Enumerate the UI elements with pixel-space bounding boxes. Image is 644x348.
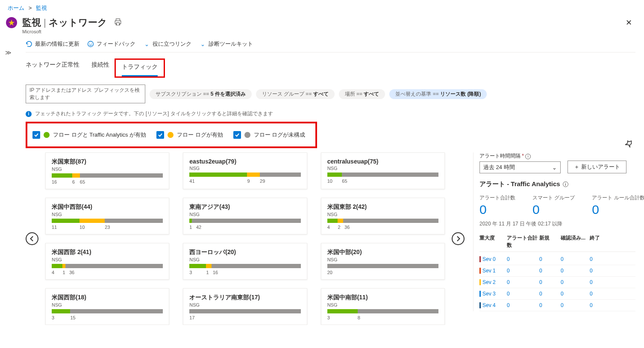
region-card[interactable]: オーストラリア南東部(17) NSG 17 [183,288,307,325]
card-bar [189,219,300,223]
region-card[interactable]: 米国中南部(11) NSG 38 [321,288,445,325]
useful-links-button[interactable]: ⌄ 役に立つリンク [143,40,191,48]
region-card[interactable]: 西ヨーロッパ(20) NSG 3116 [183,243,307,280]
card-values: 4236 [327,225,438,230]
metric-alert-rules-value[interactable]: 0 [592,202,644,217]
card-bar [52,173,163,178]
filter-sort[interactable]: 並べ替えの基準 == リソース数 (降順) [389,89,487,99]
severity-row[interactable]: Sev 4 0 0 0 0 [479,300,635,311]
col-severity: 重大度 [479,234,505,249]
severity-row[interactable]: Sev 3 0 0 0 0 [479,288,635,300]
legend-flowlog-enabled[interactable]: フロー ログが有効 [156,131,223,139]
sev-new: 0 [539,302,559,308]
page-header: 監視|ネットワーク ✕ [0,14,644,30]
diag-toolkit-button[interactable]: ⌄ 診断ツールキット [199,40,253,48]
card-title: centraluseuap(75) [327,158,438,165]
metric-alert-rules-label: アラート ルール合計数 [592,194,644,202]
refresh-button[interactable]: 最新の情報に更新 [26,40,79,48]
alerts-since: 2020 年 11 月 17 日 午後 02:17 以降 [479,220,635,228]
sev-total: 0 [507,302,538,308]
sev-new: 0 [539,268,559,274]
plus-icon: ＋ [574,163,579,171]
pin-icon[interactable] [625,143,634,150]
region-card[interactable]: 米国東部 2(42) NSG 4236 [321,198,445,234]
feedback-button[interactable]: フィードバック [87,40,135,48]
company-subtitle: Microsoft [0,29,644,34]
legend-flowlog-ta-enabled[interactable]: フロー ログと Traffic Analytics が有効 [32,131,146,139]
next-page-button[interactable] [452,232,465,245]
sev-new: 0 [539,279,559,285]
region-card[interactable]: centraluseuap(75) NSG 1065 [321,152,445,189]
checkbox-checked[interactable] [156,131,164,139]
sev-new: 0 [539,256,559,262]
info-icon[interactable]: i [525,154,531,159]
info-message: i フェッチされたトラフィック データです。下の [リソース] タイルをクリック… [26,108,635,122]
card-values: 3116 [189,270,300,275]
checkbox-checked[interactable] [233,131,241,139]
print-icon[interactable] [114,18,122,27]
new-alert-button[interactable]: ＋新しいアラート [568,161,626,173]
search-input[interactable]: IP アドレスまたはアドレス プレフィックスを検索します [26,85,145,103]
card-title: 米国中西部(44) [52,203,163,211]
prev-page-button[interactable] [26,232,38,245]
monitor-icon [6,17,17,28]
sev-total: 0 [507,256,538,262]
card-values: 1065 [327,178,438,184]
page-title: 監視|ネットワーク [22,16,107,29]
tab-highlight: トラフィック [115,58,165,78]
card-bar [327,309,438,313]
svg-point-0 [88,41,94,47]
region-card[interactable]: 米国東部(87) NSG 16665 [45,152,169,189]
interval-select[interactable]: 過去 24 時間 ⌄ [479,161,561,173]
severity-row[interactable]: Sev 1 0 0 0 0 [479,265,635,277]
filter-resource-group[interactable]: リソース グループ == すべて [256,89,335,99]
card-values: 111023 [52,225,163,230]
metric-smart-groups-value[interactable]: 0 [532,202,575,217]
expand-sidebar-button[interactable]: ≫ [5,49,12,56]
severity-row[interactable]: Sev 0 0 0 0 0 [479,254,635,265]
region-card[interactable]: eastus2euap(79) NSG 41929 [183,152,307,189]
dot-gray-icon [244,132,250,138]
tab-network-health[interactable]: ネットワーク正常性 [26,58,79,78]
card-subtitle: NSG [189,257,300,262]
metric-total-alerts-value[interactable]: 0 [479,202,515,217]
card-subtitle: NSG [327,302,438,307]
severity-name: Sev 0 [479,256,505,262]
region-card[interactable]: 東南アジア(43) NSG 142 [183,198,307,234]
interval-label: アラート時間間隔 * i [479,152,561,160]
breadcrumb-home[interactable]: ホーム [8,5,24,11]
card-values: 142 [189,225,300,230]
chevron-down-icon: ⌄ [552,164,557,171]
legend-flowlog-unconfigured[interactable]: フロー ログが未構成 [233,131,306,139]
region-card[interactable]: 米国西部 2(41) NSG 4136 [45,243,169,280]
card-subtitle: NSG [327,166,438,171]
info-icon[interactable]: i [563,181,568,187]
legend-box: フロー ログと Traffic Analytics が有効 フロー ログが有効 … [26,122,317,148]
card-bar [327,219,438,223]
region-card[interactable]: 米国西部(18) NSG 315 [45,288,169,325]
close-button[interactable]: ✕ [621,16,636,29]
chevron-down-icon: ⌄ [199,41,206,47]
sev-total: 0 [507,268,538,274]
card-title: 米国西部 2(41) [52,249,163,256]
breadcrumb-current[interactable]: 監視 [36,5,47,11]
filter-location[interactable]: 場所 == すべて [339,89,385,99]
sev-total: 0 [507,291,538,297]
tab-traffic[interactable]: トラフィック [122,61,158,76]
dot-yellow-icon [168,132,173,138]
chevron-right-icon: > [29,5,32,11]
checkbox-checked[interactable] [32,131,40,139]
card-values: 17 [189,315,300,320]
region-card[interactable]: 米国中西部(44) NSG 111023 [45,198,169,234]
col-new: 新規 [539,234,559,249]
cards-area: 米国東部(87) NSG 16665 eastus2euap(79) NSG 4… [26,152,465,325]
region-card[interactable]: 米国中部(20) NSG 20 [321,243,445,280]
tab-connectivity[interactable]: 接続性 [91,58,109,78]
card-subtitle: NSG [52,167,163,172]
severity-row[interactable]: Sev 2 0 0 0 0 [479,277,635,288]
filter-subscription[interactable]: サブスクリプション == 5 件を選択済み [150,89,252,99]
card-subtitle: NSG [189,166,300,171]
sev-ack: 0 [561,279,588,285]
card-title: 米国中南部(11) [327,294,438,301]
refresh-icon [26,41,32,47]
